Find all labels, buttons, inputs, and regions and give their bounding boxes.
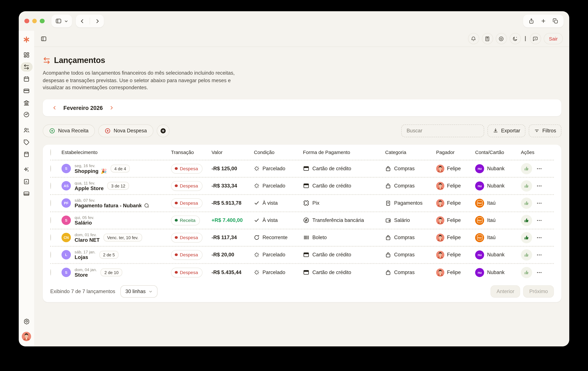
bag-icon xyxy=(385,269,391,276)
receipt-icon xyxy=(385,200,391,206)
back-icon[interactable] xyxy=(79,18,85,24)
type-label: Despesa xyxy=(180,252,198,258)
new-tab-plus-icon[interactable] xyxy=(540,18,546,24)
privacy-button[interactable] xyxy=(496,33,507,44)
row-menu-button[interactable] xyxy=(536,166,542,172)
installment-badge: 4 de 4 xyxy=(111,165,130,173)
installment-badge: 2 de 5 xyxy=(99,251,119,259)
payer-name: Felipe xyxy=(447,166,461,171)
sidebar-item-investments[interactable] xyxy=(21,110,32,119)
condition-label: Parcelado xyxy=(262,183,285,189)
circle-dot-icon xyxy=(499,36,504,41)
row-menu-button[interactable] xyxy=(536,200,542,206)
share-icon[interactable] xyxy=(528,18,535,24)
bag-icon xyxy=(385,183,391,189)
calculator-button[interactable] xyxy=(482,33,493,44)
theme-button[interactable] xyxy=(510,33,521,44)
confirm-button[interactable] xyxy=(521,232,532,243)
forward-icon[interactable] xyxy=(94,18,100,24)
confirm-button[interactable] xyxy=(521,267,532,278)
row-checkbox[interactable] xyxy=(50,165,51,172)
sidebar-item-bank[interactable] xyxy=(21,98,32,107)
payer-avatar xyxy=(436,182,444,190)
feedback-button[interactable] xyxy=(530,33,541,44)
condition-label: À vista xyxy=(262,200,278,206)
row-menu-button[interactable] xyxy=(536,252,542,258)
row-menu-button[interactable] xyxy=(536,217,542,223)
transaction-date: qui, 05 fev. xyxy=(75,215,94,219)
row-checkbox[interactable] xyxy=(50,234,51,241)
payment-method-label: Cartão de crédito xyxy=(312,166,351,171)
sidebar-item-ai[interactable] xyxy=(21,165,32,175)
card-icon xyxy=(303,165,309,172)
confirm-button[interactable] xyxy=(521,215,532,226)
payer-name: Felipe xyxy=(447,183,461,189)
row-checkbox[interactable] xyxy=(50,252,51,258)
sidebar-item-tags[interactable] xyxy=(21,138,32,147)
sidebar-item-settings[interactable] xyxy=(21,317,32,326)
sidebar-item-members[interactable] xyxy=(21,126,32,135)
previous-month-chevron-icon[interactable] xyxy=(52,105,57,110)
panel-toggle-icon[interactable] xyxy=(41,35,47,42)
next-page-button[interactable]: Próximo xyxy=(523,285,554,298)
confirm-button[interactable] xyxy=(521,163,532,174)
more-add-button[interactable] xyxy=(157,124,169,137)
tab-overview-icon[interactable] xyxy=(552,18,558,24)
previous-page-button[interactable]: Anterior xyxy=(491,285,520,298)
pix-icon xyxy=(303,200,309,206)
sidebar-item-planning[interactable] xyxy=(21,149,32,159)
export-button[interactable]: Exportar xyxy=(488,124,525,137)
next-month-chevron-icon[interactable] xyxy=(109,105,114,110)
type-label: Despesa xyxy=(180,166,198,171)
confirm-button[interactable] xyxy=(521,249,532,260)
comment-bubble-icon[interactable] xyxy=(144,203,149,208)
user-avatar[interactable] xyxy=(22,332,31,341)
minimize-window-button[interactable] xyxy=(32,19,37,23)
card-icon xyxy=(303,269,309,276)
installment-badge: 2 de 10 xyxy=(101,268,122,276)
table-row: S seg, 16 fev. Shopping 🎉 4 de 4 Despesa… xyxy=(50,160,554,178)
transaction-date: qua, 11 fev. xyxy=(75,181,104,185)
bell-icon xyxy=(471,36,476,41)
row-menu-button[interactable] xyxy=(536,269,542,276)
sidebar-toggle-button[interactable] xyxy=(51,15,72,27)
sidebar-toggle-icon xyxy=(55,18,62,24)
sidebar-item-transactions[interactable] xyxy=(21,62,32,72)
confirm-button[interactable] xyxy=(521,197,532,209)
month-selector: Fevereiro 2026 xyxy=(43,99,561,116)
zoom-window-button[interactable] xyxy=(40,19,44,23)
row-checkbox[interactable] xyxy=(50,183,51,189)
sidebar-item-subscriptions[interactable] xyxy=(21,189,32,198)
filters-button[interactable]: Filtros xyxy=(529,124,561,137)
sidebar-item-dashboard[interactable] xyxy=(21,50,32,60)
row-menu-button[interactable] xyxy=(536,183,542,189)
new-expense-button[interactable]: Nova Despesa xyxy=(98,124,153,137)
confirm-button[interactable] xyxy=(521,180,532,192)
check-icon xyxy=(254,200,259,206)
rows-per-page-select[interactable]: 30 linhas xyxy=(121,285,158,298)
transaction-value: -R$ 125,00 xyxy=(211,166,254,171)
payment-method-label: Pix xyxy=(312,200,319,206)
bag-icon xyxy=(385,166,391,172)
sidebar-item-cards[interactable] xyxy=(21,86,32,95)
select-all-checkbox[interactable] xyxy=(50,149,51,156)
sidebar-item-reports[interactable] xyxy=(21,177,32,186)
row-checkbox[interactable] xyxy=(50,217,51,224)
card-icon xyxy=(23,88,30,94)
close-window-button[interactable] xyxy=(24,19,29,23)
new-income-button[interactable]: Nova Receita xyxy=(43,124,95,137)
search-input[interactable] xyxy=(407,128,479,134)
type-label: Despesa xyxy=(180,235,198,240)
row-checkbox[interactable] xyxy=(50,200,51,206)
transaction-date: sáb, 07 fev. xyxy=(75,198,149,202)
account-name: Nubank xyxy=(487,183,504,189)
logout-button[interactable]: Sair xyxy=(544,33,563,44)
table-row: S dom, 04 jan. Store 2 de 10 Despesa -R$… xyxy=(50,264,554,281)
payer-avatar xyxy=(436,268,444,277)
sidebar-item-calendar[interactable] xyxy=(21,74,32,83)
row-checkbox[interactable] xyxy=(50,269,51,276)
notifications-button[interactable] xyxy=(468,33,479,44)
category-label: Compras xyxy=(394,183,415,189)
row-menu-button[interactable] xyxy=(536,235,542,241)
payer-name: Felipe xyxy=(447,235,461,240)
